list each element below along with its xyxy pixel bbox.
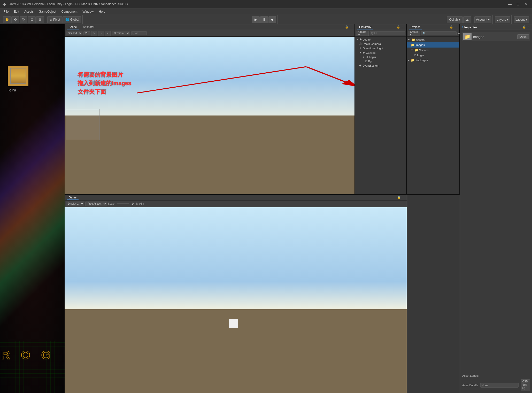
annotation-line2: 拖入到新建的Images (78, 79, 131, 87)
menu-window[interactable]: Window (80, 8, 96, 15)
gizmos-dropdown[interactable]: Gizmos ▾ (112, 31, 130, 35)
scene-file-icon: ⊙ (414, 53, 416, 57)
lighting-button[interactable]: ☀ (91, 31, 97, 36)
inspector-lock-icon[interactable]: 🔒 (522, 25, 526, 29)
game-lock-icon[interactable]: 🔒 (397, 196, 401, 199)
pivot-button[interactable]: ⊕ Pivot (47, 16, 63, 23)
tab-project[interactable]: Project (409, 25, 422, 29)
scene-icon: ⊕ (359, 38, 362, 41)
hierarchy-settings-icon[interactable]: ⋮ (401, 25, 404, 29)
hierarchy-lock-icon[interactable]: 🔒 (397, 25, 400, 29)
hierarchy-item-main-camera[interactable]: 🎥 Main Camera (355, 42, 406, 46)
step-button[interactable]: ⏭ (268, 16, 276, 23)
cloud-button[interactable]: ☁ (463, 16, 471, 23)
tab-game[interactable]: Game (67, 195, 79, 200)
display-dropdown[interactable]: Display 1 (66, 202, 84, 206)
inspector-content: 📁 Images Open (460, 30, 532, 372)
maximize-button[interactable]: □ (514, 1, 522, 7)
project-settings-icon[interactable]: ⋮ (454, 25, 457, 29)
project-search-input[interactable] (421, 31, 457, 35)
menu-bar: File Edit Assets GameObject Component Wi… (0, 8, 532, 15)
hierarchy-item-eventsystem[interactable]: ⊕ EventSystem (355, 63, 406, 68)
project-tree: ▼ 📁 Assets 📁 Images ▼ 📁 Scenes (407, 37, 459, 194)
scale-tool-button[interactable]: ⊡ (28, 16, 36, 23)
scale-slider[interactable] (117, 203, 129, 204)
project-item-scenes[interactable]: ▼ 📁 Scenes (407, 48, 459, 53)
tab-scene[interactable]: Scene (67, 25, 79, 29)
settings-icon[interactable]: ⋮ (350, 25, 352, 29)
project-item-images[interactable]: 📁 Images (407, 42, 459, 48)
menu-component[interactable]: Component (59, 8, 80, 15)
open-button[interactable]: Open (517, 34, 529, 39)
hierarchy-create-button[interactable]: Create ▾ (356, 31, 369, 36)
close-button[interactable]: ✕ (523, 1, 530, 7)
account-group: Account ▾ (473, 15, 493, 24)
hierarchy-item-dir-light[interactable]: ☀ Directional Light (355, 46, 406, 50)
bg-thumbnail (8, 66, 28, 86)
menu-help[interactable]: Help (96, 8, 108, 15)
project-item-login-scene[interactable]: ⊙ Login (407, 53, 459, 58)
layout-dropdown[interactable]: Layout ▾ (514, 16, 529, 23)
project-panel: Project 🔒 ⋮ Create ▾ ★ ↻ ▼ 📁 (407, 24, 460, 194)
rect-tool-button[interactable]: ⊞ (36, 16, 44, 23)
hand-tool-button[interactable]: ✋ (3, 16, 11, 23)
rotate-tool-button[interactable]: ↻ (20, 16, 27, 23)
hierarchy-item-login[interactable]: ▼ ⊕ Login* (355, 37, 406, 42)
game-settings-icon[interactable]: ⋮ (402, 196, 405, 199)
scene-rect (66, 109, 99, 140)
menu-assets[interactable]: Assets (22, 8, 36, 15)
global-icon: 🌐 (65, 18, 69, 21)
hierarchy-icons: 🔒 ⋮ (397, 25, 404, 29)
2d-button[interactable]: 2D (83, 31, 90, 35)
scene-panel-icons: 🔒 ⋮ (345, 25, 352, 29)
effects-button[interactable]: ✦ (105, 31, 111, 36)
inspector-settings-icon[interactable]: ⋮ (527, 25, 530, 29)
shading-dropdown[interactable]: Shaded (66, 31, 82, 35)
hierarchy-search-input[interactable] (370, 31, 405, 35)
scene-ground (65, 115, 354, 194)
inspector-tab[interactable]: Inspector (464, 26, 477, 29)
play-button[interactable]: ▶ (252, 16, 260, 23)
project-item-packages[interactable]: ▶ 📁 Packages (407, 58, 459, 63)
folder-images-icon: 📁 (411, 43, 415, 47)
hierarchy-item-bg[interactable]: □ Bg (355, 59, 406, 63)
move-tool-button[interactable]: ✛ (11, 16, 19, 23)
game-viewport[interactable] (65, 207, 407, 393)
account-dropdown[interactable]: Account ▾ (474, 16, 492, 23)
tab-animator[interactable]: Animator (81, 25, 96, 29)
aspect-dropdown[interactable]: Free Aspect (85, 202, 107, 206)
light-icon: ☀ (359, 47, 362, 50)
project-item-assets[interactable]: ▼ 📁 Assets (407, 37, 459, 42)
audio-button[interactable]: ♪ (98, 31, 104, 36)
lock-icon[interactable]: 🔒 (345, 25, 349, 29)
hierarchy-label-login-child: Login (369, 56, 376, 59)
minimize-button[interactable]: — (506, 1, 513, 7)
scene-search-input[interactable] (131, 31, 147, 35)
asset-bundle-input[interactable] (480, 383, 519, 388)
inspector-header: ℹ Inspector 🔒 ⋮ (460, 24, 532, 30)
pause-button[interactable]: ⏸ (260, 16, 268, 23)
global-button[interactable]: 🌐 Global (63, 16, 82, 23)
title-bar: ◆ Unity 2018.4.2f1 Personal - Login.unit… (0, 0, 532, 8)
arrow-packages: ▶ (408, 59, 410, 61)
project-create-button[interactable]: Create ▾ (408, 31, 420, 36)
collab-button[interactable]: Collab ▾ (447, 16, 462, 23)
layers-dropdown[interactable]: Layers ▾ (495, 16, 510, 23)
project-label-scenes: Scenes (419, 49, 429, 52)
hierarchy-item-login-child[interactable]: ▼ ⊕ Login (355, 55, 406, 59)
center-area: Scene Animator 🔒 ⋮ Shaded 2D ☀ ♪ ✦ (65, 24, 460, 393)
tab-hierarchy[interactable]: Hierarchy (357, 25, 373, 29)
hierarchy-header: Hierarchy 🔒 ⋮ (355, 24, 406, 30)
scene-viewport[interactable]: 将需要的背景图片 拖入到新建的Images 文件夹下面 (65, 37, 354, 194)
menu-edit[interactable]: Edit (11, 8, 22, 15)
hierarchy-item-canvas[interactable]: ▼ ⊕ Canvas (355, 50, 406, 55)
account-label: Account ▾ (476, 18, 490, 21)
asset-bundle-label: AssetBundle (462, 384, 478, 387)
menu-gameobject[interactable]: GameObject (36, 8, 59, 15)
menu-file[interactable]: File (1, 8, 11, 15)
layers-group: Layers ▾ (494, 15, 511, 24)
project-lock-icon[interactable]: 🔒 (450, 25, 453, 29)
project-label-assets: Assets (416, 38, 425, 41)
project-label-images: Images (415, 43, 425, 47)
folder-assets-icon: 📁 (411, 38, 415, 42)
